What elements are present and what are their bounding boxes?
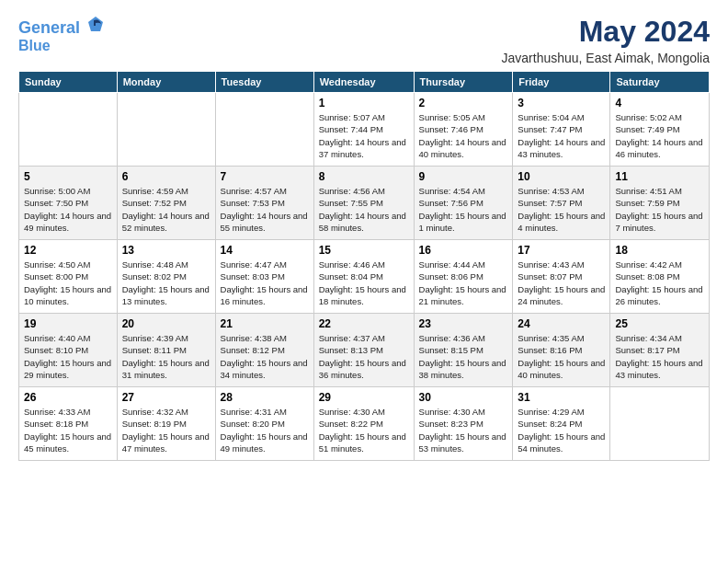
- day-number: 20: [122, 317, 210, 330]
- day-info: Sunrise: 4:44 AM Sunset: 8:06 PM Dayligh…: [419, 259, 508, 307]
- title-area: May 2024 Javarthushuu, East Aimak, Mongo…: [502, 15, 710, 65]
- day-number: 12: [24, 244, 112, 257]
- day-number: 25: [615, 317, 704, 330]
- day-info: Sunrise: 4:51 AM Sunset: 7:59 PM Dayligh…: [615, 185, 704, 234]
- day-info: Sunrise: 4:35 AM Sunset: 8:16 PM Dayligh…: [518, 332, 605, 381]
- day-info: Sunrise: 4:57 AM Sunset: 7:53 PM Dayligh…: [221, 185, 309, 234]
- day-number: 27: [122, 391, 210, 404]
- day-number: 26: [24, 391, 112, 404]
- header-row: Sunday Monday Tuesday Wednesday Thursday…: [19, 72, 710, 93]
- logo-blue: Blue: [18, 38, 105, 54]
- day-cell: 13Sunrise: 4:48 AM Sunset: 8:02 PM Dayli…: [117, 240, 215, 314]
- calendar-body: 1Sunrise: 5:07 AM Sunset: 7:44 PM Daylig…: [19, 93, 710, 461]
- day-info: Sunrise: 4:30 AM Sunset: 8:22 PM Dayligh…: [319, 406, 409, 454]
- day-cell: 27Sunrise: 4:32 AM Sunset: 8:19 PM Dayli…: [117, 387, 215, 461]
- day-info: Sunrise: 4:30 AM Sunset: 8:23 PM Dayligh…: [419, 406, 508, 454]
- day-cell: 19Sunrise: 4:40 AM Sunset: 8:10 PM Dayli…: [19, 314, 118, 387]
- col-sunday: Sunday: [19, 72, 118, 93]
- day-number: 23: [419, 317, 508, 330]
- day-number: 15: [319, 244, 409, 257]
- day-info: Sunrise: 4:33 AM Sunset: 8:18 PM Dayligh…: [24, 406, 112, 454]
- col-wednesday: Wednesday: [313, 72, 414, 93]
- week-row-3: 12Sunrise: 4:50 AM Sunset: 8:00 PM Dayli…: [19, 240, 710, 314]
- day-cell: 5Sunrise: 5:00 AM Sunset: 7:50 PM Daylig…: [19, 167, 118, 240]
- day-number: 14: [221, 244, 309, 257]
- day-info: Sunrise: 5:07 AM Sunset: 7:44 PM Dayligh…: [319, 111, 409, 160]
- day-number: 19: [24, 317, 112, 330]
- day-number: 3: [518, 97, 605, 109]
- day-info: Sunrise: 5:02 AM Sunset: 7:49 PM Dayligh…: [615, 111, 704, 160]
- day-info: Sunrise: 4:38 AM Sunset: 8:12 PM Dayligh…: [221, 332, 309, 381]
- day-info: Sunrise: 4:34 AM Sunset: 8:17 PM Dayligh…: [615, 332, 704, 381]
- day-number: 16: [419, 244, 508, 257]
- day-info: Sunrise: 4:29 AM Sunset: 8:24 PM Dayligh…: [518, 406, 605, 454]
- col-monday: Monday: [117, 72, 215, 93]
- day-number: 9: [419, 170, 508, 183]
- day-info: Sunrise: 4:36 AM Sunset: 8:15 PM Dayligh…: [419, 332, 508, 381]
- day-number: 30: [419, 391, 508, 404]
- day-cell: [19, 93, 118, 167]
- day-cell: 4Sunrise: 5:02 AM Sunset: 7:49 PM Daylig…: [610, 93, 710, 167]
- day-cell: 12Sunrise: 4:50 AM Sunset: 8:00 PM Dayli…: [19, 240, 118, 314]
- day-cell: 31Sunrise: 4:29 AM Sunset: 8:24 PM Dayli…: [513, 387, 610, 461]
- day-cell: 17Sunrise: 4:43 AM Sunset: 8:07 PM Dayli…: [513, 240, 610, 314]
- logo-icon: [86, 15, 105, 33]
- day-number: 21: [221, 317, 309, 330]
- col-friday: Friday: [513, 72, 610, 93]
- day-cell: 6Sunrise: 4:59 AM Sunset: 7:52 PM Daylig…: [117, 167, 215, 240]
- day-cell: 3Sunrise: 5:04 AM Sunset: 7:47 PM Daylig…: [513, 93, 610, 167]
- day-cell: 11Sunrise: 4:51 AM Sunset: 7:59 PM Dayli…: [610, 167, 710, 240]
- day-cell: 25Sunrise: 4:34 AM Sunset: 8:17 PM Dayli…: [610, 314, 710, 387]
- day-info: Sunrise: 4:59 AM Sunset: 7:52 PM Dayligh…: [122, 185, 210, 234]
- day-cell: 10Sunrise: 4:53 AM Sunset: 7:57 PM Dayli…: [513, 167, 610, 240]
- day-info: Sunrise: 4:48 AM Sunset: 8:02 PM Dayligh…: [122, 259, 210, 307]
- week-row-4: 19Sunrise: 4:40 AM Sunset: 8:10 PM Dayli…: [19, 314, 710, 387]
- calendar-header: Sunday Monday Tuesday Wednesday Thursday…: [19, 72, 710, 93]
- day-number: 8: [319, 170, 409, 183]
- logo-general: General: [18, 18, 80, 37]
- day-cell: 7Sunrise: 4:57 AM Sunset: 7:53 PM Daylig…: [215, 167, 313, 240]
- header: General Blue May 2024 Javarthushuu, East…: [18, 15, 710, 65]
- day-cell: [610, 387, 710, 461]
- day-number: 4: [615, 97, 704, 109]
- month-title: May 2024: [502, 15, 710, 49]
- day-cell: 26Sunrise: 4:33 AM Sunset: 8:18 PM Dayli…: [19, 387, 118, 461]
- day-cell: 29Sunrise: 4:30 AM Sunset: 8:22 PM Dayli…: [313, 387, 414, 461]
- day-info: Sunrise: 4:39 AM Sunset: 8:11 PM Dayligh…: [122, 332, 210, 381]
- day-number: 6: [122, 170, 210, 183]
- day-number: 28: [221, 391, 309, 404]
- day-number: 7: [221, 170, 309, 183]
- day-cell: 2Sunrise: 5:05 AM Sunset: 7:46 PM Daylig…: [414, 93, 513, 167]
- day-number: 17: [518, 244, 605, 257]
- day-info: Sunrise: 4:56 AM Sunset: 7:55 PM Dayligh…: [319, 185, 409, 234]
- day-cell: 14Sunrise: 4:47 AM Sunset: 8:03 PM Dayli…: [215, 240, 313, 314]
- day-cell: 9Sunrise: 4:54 AM Sunset: 7:56 PM Daylig…: [414, 167, 513, 240]
- day-cell: 30Sunrise: 4:30 AM Sunset: 8:23 PM Dayli…: [414, 387, 513, 461]
- day-cell: 18Sunrise: 4:42 AM Sunset: 8:08 PM Dayli…: [610, 240, 710, 314]
- day-number: 2: [419, 97, 508, 109]
- day-cell: 8Sunrise: 4:56 AM Sunset: 7:55 PM Daylig…: [313, 167, 414, 240]
- day-info: Sunrise: 4:46 AM Sunset: 8:04 PM Dayligh…: [319, 259, 409, 307]
- week-row-1: 1Sunrise: 5:07 AM Sunset: 7:44 PM Daylig…: [19, 93, 710, 167]
- day-cell: 15Sunrise: 4:46 AM Sunset: 8:04 PM Dayli…: [313, 240, 414, 314]
- day-info: Sunrise: 5:00 AM Sunset: 7:50 PM Dayligh…: [24, 185, 112, 234]
- day-cell: 20Sunrise: 4:39 AM Sunset: 8:11 PM Dayli…: [117, 314, 215, 387]
- day-cell: 23Sunrise: 4:36 AM Sunset: 8:15 PM Dayli…: [414, 314, 513, 387]
- day-number: 18: [615, 244, 704, 257]
- day-number: 29: [319, 391, 409, 404]
- day-number: 1: [319, 97, 409, 109]
- day-number: 10: [518, 170, 605, 183]
- day-number: 5: [24, 170, 112, 183]
- day-cell: [117, 93, 215, 167]
- day-info: Sunrise: 4:43 AM Sunset: 8:07 PM Dayligh…: [518, 259, 605, 307]
- day-cell: [215, 93, 313, 167]
- col-thursday: Thursday: [414, 72, 513, 93]
- day-number: 11: [615, 170, 704, 183]
- day-info: Sunrise: 4:37 AM Sunset: 8:13 PM Dayligh…: [319, 332, 409, 381]
- day-info: Sunrise: 4:32 AM Sunset: 8:19 PM Dayligh…: [122, 406, 210, 454]
- day-number: 24: [518, 317, 605, 330]
- day-number: 31: [518, 391, 605, 404]
- logo: General Blue: [18, 15, 105, 53]
- day-info: Sunrise: 4:47 AM Sunset: 8:03 PM Dayligh…: [221, 259, 309, 307]
- col-tuesday: Tuesday: [215, 72, 313, 93]
